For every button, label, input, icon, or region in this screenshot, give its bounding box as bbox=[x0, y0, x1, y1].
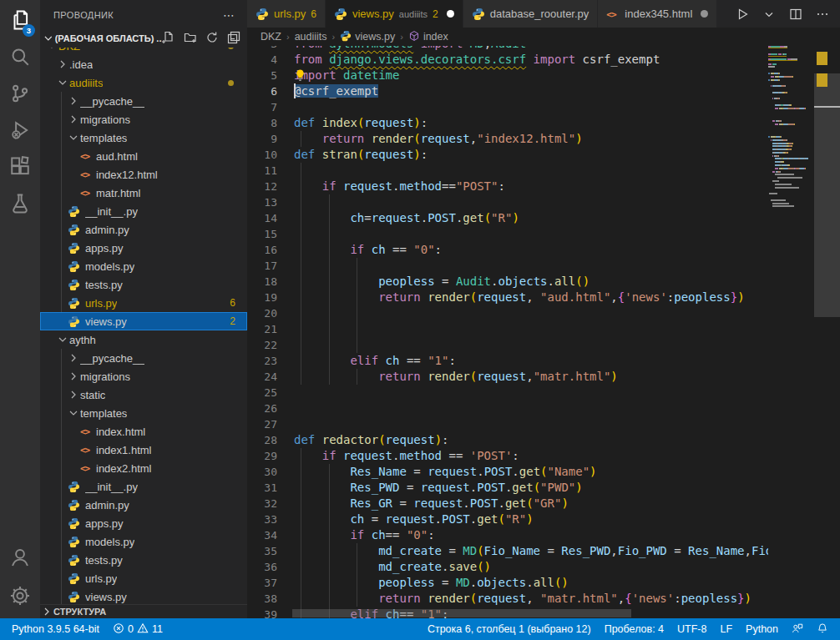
collapse-all-icon[interactable] bbox=[227, 31, 242, 46]
tree-item-models-py[interactable]: models.py bbox=[40, 257, 247, 275]
breadcrumb-item-DKZ[interactable]: DKZ bbox=[261, 31, 281, 43]
lightbulb-icon[interactable] bbox=[293, 68, 307, 83]
tree-item--pycache-[interactable]: __pycache__ bbox=[40, 349, 247, 367]
line-number[interactable]: 21 bbox=[247, 321, 277, 337]
line-number[interactable]: 8 bbox=[247, 115, 277, 131]
vertical-scrollbar[interactable] bbox=[814, 73, 840, 317]
code-line-7[interactable]: 7 bbox=[247, 99, 768, 115]
code-line-26[interactable]: 26 bbox=[247, 401, 768, 416]
line-number[interactable]: 29 bbox=[247, 448, 277, 464]
code-line-11[interactable]: 11 bbox=[247, 163, 768, 179]
line-number[interactable]: 33 bbox=[247, 511, 277, 527]
tree-item-templates[interactable]: templates bbox=[40, 129, 247, 147]
tree-item-apps-py[interactable]: apps.py bbox=[40, 514, 247, 532]
code-line-9[interactable]: 9 return render(request,"index12.html") bbox=[247, 131, 768, 147]
line-number[interactable]: 36 bbox=[247, 559, 277, 575]
tree-item-index-html[interactable]: <>index.html bbox=[40, 422, 247, 441]
tree-item-urls-py[interactable]: urls.py6 bbox=[40, 294, 247, 312]
line-number[interactable]: 30 bbox=[247, 464, 277, 480]
new-folder-icon[interactable] bbox=[184, 31, 199, 46]
code-line-21[interactable]: 21 bbox=[247, 321, 768, 337]
tree-item-admin-py[interactable]: admin.py bbox=[40, 220, 247, 239]
code-line-8[interactable]: 8def index(request): bbox=[247, 115, 768, 131]
line-number[interactable]: 23 bbox=[247, 353, 277, 369]
minimap[interactable] bbox=[768, 46, 814, 618]
tree-item-migrations[interactable]: migrations bbox=[40, 367, 247, 386]
code-line-25[interactable]: 25 bbox=[247, 385, 768, 401]
line-number[interactable]: 14 bbox=[247, 210, 277, 226]
code-line-10[interactable]: 10def stran(request): bbox=[247, 147, 768, 163]
code-line-28[interactable]: 28def redactor(request): bbox=[247, 432, 768, 448]
status-encoding[interactable]: UTF-8 bbox=[670, 618, 713, 640]
code-line-38[interactable]: 38 return render(request, "matr.html",{'… bbox=[247, 591, 768, 607]
line-number[interactable]: 12 bbox=[247, 179, 277, 194]
code-line-15[interactable]: 15 bbox=[247, 226, 768, 242]
tab-index345-html[interactable]: <>index345.html bbox=[598, 0, 717, 28]
code-line-6[interactable]: 6@csrf_exempt bbox=[247, 83, 768, 99]
code-line-3[interactable]: 3from aythh.models import MD,Audit bbox=[247, 46, 768, 52]
tree-item-tests-py[interactable]: tests.py bbox=[40, 551, 247, 569]
tree-item-apps-py[interactable]: apps.py bbox=[40, 239, 247, 257]
line-number[interactable]: 10 bbox=[247, 147, 277, 163]
tree-item-views-py[interactable]: views.py2 bbox=[40, 312, 247, 330]
sidebar-more-icon[interactable]: ⋯ bbox=[223, 8, 235, 22]
status-feedback[interactable] bbox=[785, 618, 810, 640]
refresh-icon[interactable] bbox=[205, 31, 220, 46]
dirty-indicator[interactable] bbox=[701, 10, 708, 18]
code-line-29[interactable]: 29 if request.method == 'POST': bbox=[247, 448, 768, 464]
split-editor[interactable] bbox=[788, 7, 803, 22]
activitybar-settings[interactable] bbox=[0, 579, 40, 616]
tree-item-aud-html[interactable]: <>aud.html bbox=[40, 147, 247, 165]
activitybar-explorer[interactable]: 3 bbox=[0, 3, 40, 40]
line-number[interactable]: 22 bbox=[247, 337, 277, 353]
code-line-13[interactable]: 13 bbox=[247, 194, 768, 210]
code-line-17[interactable]: 17 bbox=[247, 258, 768, 274]
code-line-32[interactable]: 32 Res_GR = request.POST.get("GR") bbox=[247, 496, 768, 511]
code-line-5[interactable]: 5import datetime bbox=[247, 68, 768, 83]
line-number[interactable]: 4 bbox=[247, 52, 277, 68]
breadcrumb-item-views-py[interactable]: views.py bbox=[340, 30, 395, 44]
tree-item-aythh[interactable]: aythh bbox=[40, 330, 247, 349]
code-line-30[interactable]: 30 Res_Name = request.POST.get("Name") bbox=[247, 464, 768, 480]
line-number[interactable]: 31 bbox=[247, 480, 277, 496]
more-actions[interactable] bbox=[815, 7, 830, 22]
line-number[interactable]: 32 bbox=[247, 496, 277, 511]
activitybar-search[interactable] bbox=[0, 40, 40, 77]
line-number[interactable]: 18 bbox=[247, 274, 277, 290]
tree-item-migrations[interactable]: migrations bbox=[40, 110, 247, 129]
code-line-12[interactable]: 12 if request.method=="POST": bbox=[247, 179, 768, 194]
tab-database-roouter-py[interactable]: database_roouter.py bbox=[463, 0, 599, 28]
code-line-34[interactable]: 34 if ch== "0": bbox=[247, 527, 768, 543]
line-number[interactable]: 26 bbox=[247, 401, 277, 416]
horizontal-scrollbar[interactable] bbox=[292, 609, 631, 617]
line-number[interactable]: 16 bbox=[247, 242, 277, 258]
status-indentation[interactable]: Пробелов: 4 bbox=[598, 618, 670, 640]
status-language-mode[interactable]: Python bbox=[739, 618, 785, 640]
line-number[interactable]: 27 bbox=[247, 416, 277, 432]
tree-item--init-py[interactable]: __init__.py bbox=[40, 477, 247, 496]
activitybar-account[interactable] bbox=[0, 541, 40, 577]
outline-section-header[interactable]: СТРУКТУРА bbox=[40, 604, 247, 618]
activitybar-run-debug[interactable] bbox=[0, 113, 40, 150]
code-editor[interactable]: 3from aythh.models import MD,Audit4from … bbox=[247, 46, 840, 618]
status-eol[interactable]: LF bbox=[713, 618, 739, 640]
line-number[interactable]: 7 bbox=[247, 99, 277, 115]
run-dropdown[interactable] bbox=[762, 7, 777, 22]
status-python-interpreter[interactable]: Python 3.9.5 64-bit bbox=[5, 618, 106, 640]
code-line-31[interactable]: 31 Res_PWD = request.POST.get("PWD") bbox=[247, 480, 768, 496]
line-number[interactable]: 20 bbox=[247, 305, 277, 321]
code-line-35[interactable]: 35 md_create = MD(Fio_Name = Res_PWD,Fio… bbox=[247, 543, 768, 559]
tree-item--pycache-[interactable]: __pycache__ bbox=[40, 92, 247, 110]
line-number[interactable]: 3 bbox=[247, 46, 277, 52]
tree-item-DKZ[interactable]: DKZ bbox=[40, 48, 247, 55]
code-line-37[interactable]: 37 peopless = MD.objects.all() bbox=[247, 575, 768, 591]
activitybar-testing[interactable] bbox=[0, 187, 40, 224]
breadcrumb-item-index[interactable]: index bbox=[408, 30, 448, 44]
workspace-section-header[interactable]: (РАБОЧАЯ ОБЛАСТЬ) ... bbox=[40, 29, 247, 48]
line-number[interactable]: 37 bbox=[247, 575, 277, 591]
code-line-4[interactable]: 4from django.views.decorators.csrf impor… bbox=[247, 52, 768, 68]
code-line-23[interactable]: 23 elif ch == "1": bbox=[247, 353, 768, 369]
line-number[interactable]: 15 bbox=[247, 226, 277, 242]
tree-item--idea[interactable]: .idea bbox=[40, 55, 247, 73]
line-number[interactable]: 13 bbox=[247, 194, 277, 210]
